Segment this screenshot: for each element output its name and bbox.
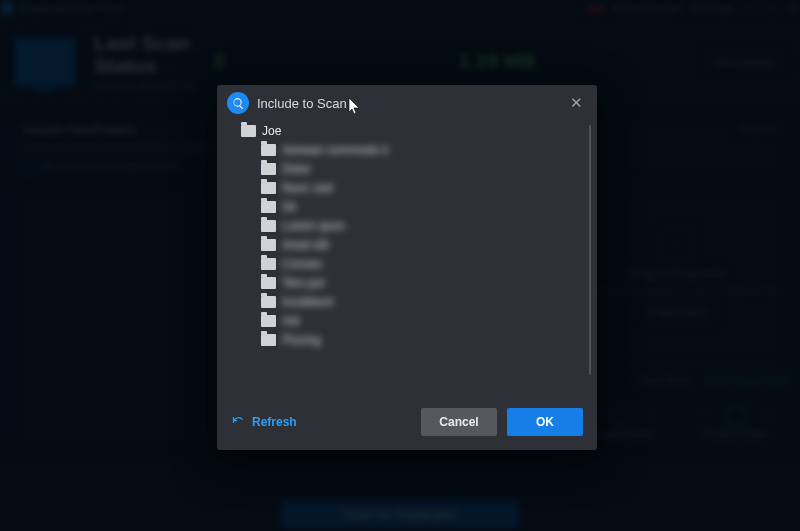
refresh-icon (231, 415, 246, 430)
dialog-app-icon (227, 92, 249, 114)
dialog-footer: Refresh Cancel OK (217, 394, 597, 450)
dialog-header: Include to Scan ✕ (217, 85, 597, 121)
tree-item[interactable]: Consec (241, 254, 591, 273)
tree-item-label: Lorem ipsm (282, 219, 345, 233)
folder-icon (261, 296, 276, 308)
tree-item-label: Consec (282, 257, 323, 271)
folder-icon (261, 220, 276, 232)
tree-item-label: Amet elit (282, 238, 329, 252)
folder-icon (261, 144, 276, 156)
magnifier-folder-icon (232, 97, 245, 110)
dialog-close-button[interactable]: ✕ (565, 92, 587, 114)
tree-item-label: Sit (282, 200, 296, 214)
include-to-scan-dialog: Include to Scan ✕ Joe Aenean commodo liD… (217, 85, 597, 450)
tree-item-label: Nunc sed (282, 181, 333, 195)
dialog-title: Include to Scan (257, 96, 347, 111)
tree-item-label: Piscing (282, 333, 321, 347)
folder-icon (261, 277, 276, 289)
cancel-button[interactable]: Cancel (421, 408, 497, 436)
folder-icon (261, 334, 276, 346)
tree-item-label: Incididunt (282, 295, 333, 309)
tree-item[interactable]: Tem por (241, 273, 591, 292)
tree-item[interactable]: Incididunt (241, 292, 591, 311)
folder-icon (261, 201, 276, 213)
ok-button[interactable]: OK (507, 408, 583, 436)
tree-item[interactable]: Piscing (241, 330, 591, 349)
tree-item-label: Aenean commodo li (282, 143, 388, 157)
tree-item[interactable]: Sit (241, 197, 591, 216)
tree-item[interactable]: Aenean commodo li (241, 140, 591, 159)
tree-item-label: Adi (282, 314, 299, 328)
tree-root[interactable]: Joe (241, 121, 591, 140)
folder-icon (261, 182, 276, 194)
folder-tree[interactable]: Joe Aenean commodo liDolorNunc sedSitLor… (217, 121, 597, 394)
folder-icon (241, 125, 256, 137)
tree-item[interactable]: Lorem ipsm (241, 216, 591, 235)
folder-icon (261, 163, 276, 175)
tree-item-label: Tem por (282, 276, 325, 290)
tree-item-label: Dolor (282, 162, 311, 176)
refresh-button[interactable]: Refresh (231, 415, 297, 430)
tree-item[interactable]: Nunc sed (241, 178, 591, 197)
refresh-label: Refresh (252, 415, 297, 429)
folder-icon (261, 239, 276, 251)
tree-item[interactable]: Amet elit (241, 235, 591, 254)
tree-item[interactable]: Dolor (241, 159, 591, 178)
tree-root-label: Joe (262, 124, 281, 138)
tree-item[interactable]: Adi (241, 311, 591, 330)
folder-icon (261, 258, 276, 270)
tree-scrollbar[interactable] (589, 125, 591, 375)
folder-icon (261, 315, 276, 327)
